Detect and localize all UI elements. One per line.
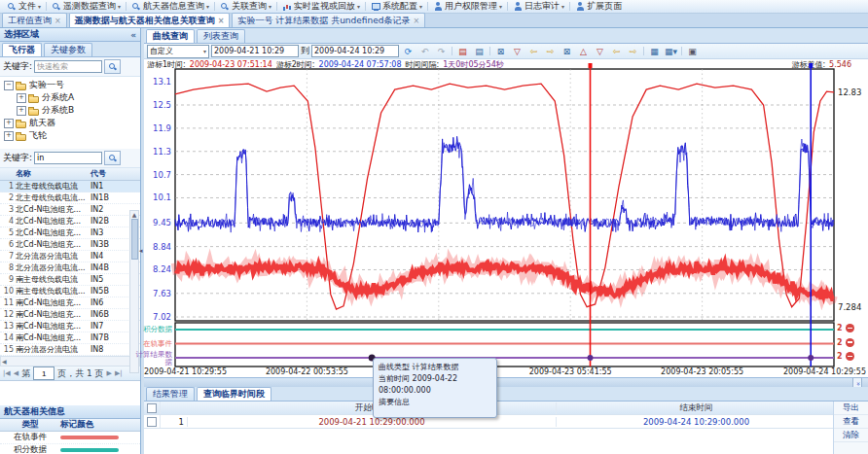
table-row[interactable]: 14南Cd-N电池组充...IN7B bbox=[0, 332, 140, 344]
tree-node-3[interactable]: +分系统B bbox=[0, 104, 140, 117]
menu-item-1[interactable]: 文件▾ bbox=[3, 1, 45, 13]
doc-tab-2[interactable]: 遥测数据与航天器相关信息关联查询× bbox=[69, 13, 231, 27]
last-page-button[interactable]: ▶| bbox=[115, 369, 123, 377]
pan-right-button[interactable]: ⇨ bbox=[543, 44, 558, 58]
shift-left-button[interactable]: ⇦ bbox=[609, 44, 624, 58]
sidebar-tab-2[interactable]: 关键参数 bbox=[44, 43, 92, 56]
refresh-button[interactable]: ⟳ bbox=[401, 44, 416, 58]
table-row[interactable]: 8北分流器分流电流...IN4B bbox=[0, 262, 140, 274]
close-icon[interactable]: × bbox=[218, 17, 225, 25]
table-row[interactable]: 3北Cd-N电池组充...IN2 bbox=[0, 204, 140, 216]
quick-search-input[interactable] bbox=[34, 60, 102, 73]
table-row[interactable]: 4北Cd-N电池组充...IN2B bbox=[0, 216, 140, 227]
header-checkbox-cell bbox=[144, 402, 161, 414]
menu-item-6[interactable]: 系统配置▾ bbox=[367, 1, 426, 13]
table-row[interactable]: 15南分流器分流电流IN8 bbox=[0, 344, 140, 356]
save-image-button[interactable]: ▤ bbox=[455, 44, 470, 58]
pan-left-button[interactable]: ⇦ bbox=[526, 44, 541, 58]
table-row[interactable]: 7北分流器分流电流IN4 bbox=[0, 251, 140, 262]
tree-node-1[interactable]: −实验一号 bbox=[0, 79, 140, 91]
search-button[interactable] bbox=[104, 59, 121, 74]
table-row[interactable]: 5北Cd-N电池组充...IN3 bbox=[0, 227, 140, 239]
undo-button[interactable]: ↶ bbox=[417, 44, 432, 58]
from-date-input[interactable] bbox=[211, 45, 299, 57]
table-row[interactable]: 2北主母线负载电流...IN1B bbox=[0, 192, 140, 204]
expand-node-icon[interactable]: + bbox=[4, 131, 14, 141]
chart-tab-2[interactable]: 列表查询 bbox=[197, 29, 245, 43]
collapse-sidebar-icon[interactable]: « bbox=[130, 30, 136, 40]
row-checkbox[interactable] bbox=[147, 417, 157, 427]
telemetry-chart[interactable]: 13.112.511.911.310.710.19.458.848.247.63… bbox=[144, 65, 868, 378]
grid-menu-button[interactable]: ▦▾ bbox=[664, 44, 678, 58]
results-tab-1[interactable]: 结果管理 bbox=[146, 387, 195, 401]
time-preset-select[interactable]: 自定义▾ bbox=[147, 45, 209, 58]
select-all-checkbox[interactable] bbox=[147, 403, 157, 413]
table-row[interactable]: 11南Cd-N电池组充...IN6 bbox=[0, 297, 140, 309]
copy-image-button[interactable]: ▤ bbox=[472, 44, 487, 58]
expand-node-icon[interactable]: + bbox=[17, 106, 26, 116]
first-page-button[interactable]: |◀ bbox=[3, 369, 11, 377]
menu-item-8[interactable]: 日志审计▾ bbox=[509, 1, 568, 13]
menu-item-9[interactable]: 扩展页面 bbox=[571, 1, 626, 13]
sidebar-tab-label: 飞行器 bbox=[9, 44, 35, 56]
page-number-input[interactable] bbox=[33, 367, 54, 380]
close-icon[interactable]: × bbox=[54, 17, 61, 25]
tree-node-2[interactable]: +分系统A bbox=[0, 91, 140, 104]
tree-node-5[interactable]: +飞轮 bbox=[0, 129, 140, 142]
menu-item-7[interactable]: 用户权限管理▾ bbox=[429, 1, 506, 13]
param-name: 南Cd-N电池组充... bbox=[16, 332, 90, 343]
param-name: 南分流器分流电流 bbox=[16, 344, 90, 355]
grid-button[interactable]: ▦ bbox=[647, 44, 662, 58]
table-row[interactable]: 10南主母线负载电流...IN5B bbox=[0, 286, 140, 297]
table-row[interactable]: 13南Cd-N电池组充...IN7 bbox=[0, 321, 140, 332]
param-code: IN2B bbox=[90, 217, 126, 226]
horizontal-scrollbar[interactable]: ◀▶ bbox=[0, 356, 140, 367]
menu-item-3[interactable]: 航天器信息查询▾ bbox=[127, 1, 213, 13]
remove-lane-icon[interactable] bbox=[846, 338, 854, 347]
doc-tab-1[interactable]: 工程值查询× bbox=[2, 13, 67, 27]
print-button[interactable]: ▣ bbox=[685, 44, 700, 58]
col-color-header: 标记颜色 bbox=[60, 419, 93, 431]
collapse-node-icon[interactable]: − bbox=[4, 81, 14, 90]
remove-lane-icon[interactable] bbox=[846, 324, 854, 332]
next-page-button[interactable]: ▶ bbox=[107, 369, 112, 377]
table-row[interactable]: 9南主母线负载电流IN5 bbox=[0, 274, 140, 286]
param-search-input[interactable] bbox=[34, 152, 102, 164]
parameter-table-scrollbar[interactable]: ▲ bbox=[129, 210, 139, 373]
menu-item-5[interactable]: 实时监视或回放▾ bbox=[278, 1, 364, 13]
param-code: IN3 bbox=[90, 228, 126, 237]
cursor-1-handle bbox=[589, 63, 593, 68]
plot-area[interactable]: 13.112.511.911.310.710.19.458.848.247.63… bbox=[144, 65, 868, 378]
doc-tab-3[interactable]: 实验一号 计算结果数据 共undefined条记录× bbox=[232, 13, 425, 27]
row-index: 8 bbox=[0, 263, 16, 272]
valley-down-button[interactable]: ▽ bbox=[593, 44, 607, 58]
tree-node-4[interactable]: +航天器 bbox=[0, 117, 140, 129]
expand-node-icon[interactable]: + bbox=[4, 119, 14, 128]
export-button[interactable]: 导出 bbox=[834, 402, 868, 415]
results-row[interactable]: 12009-04-21 10:29:00.0002009-04-24 10:29… bbox=[144, 415, 868, 429]
table-row[interactable]: 1北主母线负载电流IN1 bbox=[0, 181, 140, 192]
close-icon[interactable]: × bbox=[413, 17, 419, 25]
table-row[interactable]: 12南Cd-N电池组充...IN6B bbox=[0, 309, 140, 321]
zoom-box-y-button[interactable]: ⊠ bbox=[560, 44, 574, 58]
chart-tab-1[interactable]: 曲线查询 bbox=[146, 29, 195, 43]
table-row[interactable]: 6北Cd-N电池组充...IN3B bbox=[0, 239, 140, 251]
clear-button[interactable]: 清除 bbox=[834, 429, 868, 442]
peak-up-button[interactable]: △ bbox=[576, 44, 591, 58]
menu-item-2[interactable]: 遥测数据查询▾ bbox=[48, 1, 125, 13]
search-button[interactable] bbox=[104, 151, 121, 165]
redo-button[interactable]: ↷ bbox=[434, 44, 449, 58]
zoom-box-x-button[interactable]: ⊠ bbox=[493, 44, 508, 58]
expand-node-icon[interactable]: + bbox=[17, 93, 26, 103]
sidebar-tab-1[interactable]: 飞行器 bbox=[2, 43, 42, 56]
funnel-down-button[interactable]: ▽ bbox=[510, 44, 524, 58]
menu-item-4[interactable]: 关联查询▾ bbox=[216, 1, 275, 13]
remove-lane-icon[interactable] bbox=[846, 352, 854, 361]
prev-page-button[interactable]: ◀ bbox=[14, 369, 18, 377]
results-tab-2[interactable]: 查询临界时间段 bbox=[197, 387, 271, 401]
shift-right-button[interactable]: ⇨ bbox=[626, 44, 640, 58]
to-date-input[interactable] bbox=[311, 45, 399, 57]
splitter-grip-icon[interactable]: ◂ bbox=[139, 247, 143, 255]
view-button[interactable]: 查看 bbox=[834, 415, 868, 429]
chevron-down-icon: ▾ bbox=[419, 3, 422, 10]
